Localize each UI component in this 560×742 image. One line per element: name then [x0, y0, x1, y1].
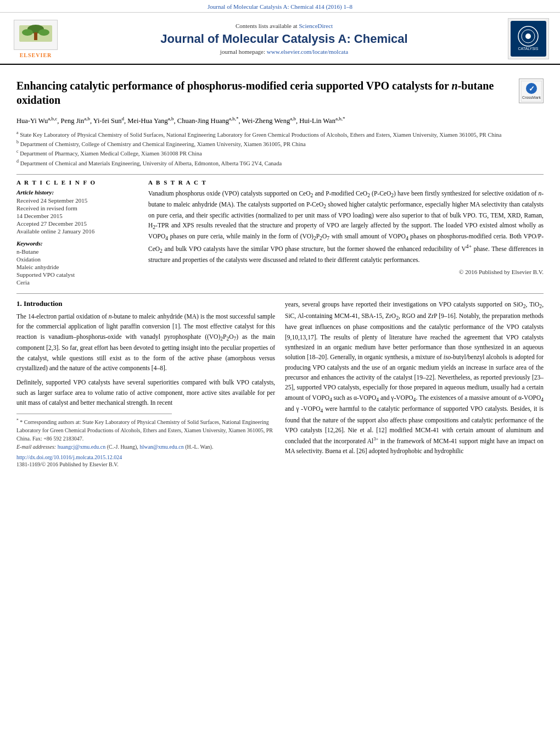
svg-point-4 [38, 29, 49, 36]
received-revised-date: 14 December 2015 [16, 213, 137, 219]
info-abstract-section: A R T I C L E I N F O Article history: R… [16, 179, 544, 287]
svg-text:CrossMark: CrossMark [522, 96, 541, 99]
affiliations: a State Key Laboratory of Physical Chemi… [16, 130, 544, 168]
svg-point-8 [525, 34, 531, 39]
article-info-header: A R T I C L E I N F O [16, 179, 137, 186]
doi-line[interactable]: http://dx.doi.org/10.1016/j.molcata.2015… [16, 454, 275, 460]
crossmark-logo[interactable]: ✓ CrossMark [519, 79, 544, 103]
footnote-divider [16, 414, 172, 414]
article-content: Enhancing catalytic performance of phosp… [0, 65, 560, 478]
elsevier-logo-area: ELSEVIER [11, 20, 60, 58]
keywords-section: Keywords: n-Butane Oxidation Maleic anhy… [16, 240, 137, 286]
keyword-1: n-Butane [16, 248, 137, 255]
contents-line: Contents lists available at ScienceDirec… [71, 23, 497, 29]
right-paragraph-1: years, several groups have reported thei… [285, 299, 544, 456]
left-column: 1. Introduction The 14-electron partial … [16, 299, 275, 467]
body-columns: 1. Introduction The 14-electron partial … [16, 299, 544, 467]
keywords-title: Keywords: [16, 240, 137, 247]
affiliation-d: d Department of Chemical and Materials E… [16, 158, 544, 168]
copyright-line: © 2016 Published by Elsevier B.V. [148, 269, 544, 275]
journal-ref-text: Journal of Molecular Catalysis A: Chemic… [208, 3, 352, 10]
available-date: Available online 2 January 2016 [16, 228, 137, 235]
sciencedirect-link[interactable]: ScienceDirect [299, 23, 333, 29]
divider-2 [16, 293, 544, 294]
doi-link[interactable]: http://dx.doi.org/10.1016/j.molcata.2015… [16, 454, 122, 460]
article-history-label: Article history: [16, 189, 137, 196]
intro-paragraph-2: Definitely, supported VPO catalysts have… [16, 377, 275, 408]
elsevier-wordmark: ELSEVIER [20, 52, 52, 58]
email-link-2[interactable]: hlwan@xmu.edu.cn [139, 444, 183, 450]
abstract-section: A B S T R A C T Vanadium phosphorus oxid… [148, 179, 544, 287]
section-number: 1. [16, 299, 22, 308]
keyword-5: Ceria [16, 279, 137, 286]
received-date: Received 24 September 2015 [16, 197, 137, 204]
received-revised-label: Received in revised form [16, 205, 137, 211]
journal-header: ELSEVIER Contents lists available at Sci… [0, 13, 560, 65]
keyword-4: Supported VPO catalyst [16, 271, 137, 278]
journal-title: Journal of Molecular Catalysis A: Chemic… [71, 32, 497, 46]
elsevier-image [14, 20, 58, 50]
affiliation-b: b Department of Chemistry, College of Ch… [16, 139, 544, 148]
keyword-3: Maleic anhydride [16, 264, 137, 270]
issn-line: 1381-1169/© 2016 Published by Elsevier B… [16, 461, 275, 467]
footnote-star-text: * Corresponding authors at: State Key La… [16, 419, 273, 442]
right-column: years, several groups have reported thei… [285, 299, 544, 467]
svg-point-3 [22, 29, 33, 36]
footnote-email: E-mail addresses: huangcj@xmu.edu.cn (C.… [16, 443, 275, 451]
intro-section-title: 1. Introduction [16, 299, 275, 308]
authors-line: Hua-Yi Wua,b,c, Peng Jina,b, Yi-fei Sund… [16, 115, 544, 126]
homepage-label: journal homepage: [220, 48, 265, 55]
catalysis-logo: CATALYSIS [508, 18, 549, 59]
article-title: Enhancing catalytic performance of phosp… [16, 79, 519, 107]
svg-rect-2 [34, 32, 37, 40]
email-link-1[interactable]: huangcj@xmu.edu.cn [58, 444, 106, 450]
svg-text:✓: ✓ [528, 85, 534, 93]
contents-text: Contents lists available at [236, 23, 298, 29]
footnote-star: * * Corresponding authors at: State Key … [16, 417, 275, 443]
abstract-text: Vanadium phosphorus oxide (VPO) catalyst… [148, 189, 544, 265]
journal-homepage: journal homepage: www.elsevier.com/locat… [71, 48, 497, 55]
homepage-link[interactable]: www.elsevier.com/locate/molcata [267, 48, 348, 55]
intro-paragraph-1: The 14-electron partial oxidation of n-b… [16, 311, 275, 373]
svg-text:CATALYSIS: CATALYSIS [518, 47, 539, 51]
section-label: Introduction [24, 299, 63, 308]
journal-center-info: Contents lists available at ScienceDirec… [60, 23, 508, 55]
abstract-header: A B S T R A C T [148, 179, 544, 186]
keyword-2: Oxidation [16, 256, 137, 263]
accepted-date: Accepted 27 December 2015 [16, 220, 137, 227]
divider-1 [16, 174, 544, 175]
article-title-section: Enhancing catalytic performance of phosp… [16, 79, 544, 110]
affiliation-a: a State Key Laboratory of Physical Chemi… [16, 130, 544, 139]
article-info: A R T I C L E I N F O Article history: R… [16, 179, 137, 287]
affiliation-c: c Department of Pharmacy, Xiamen Medical… [16, 148, 544, 158]
journal-reference-bar: Journal of Molecular Catalysis A: Chemic… [0, 0, 560, 13]
